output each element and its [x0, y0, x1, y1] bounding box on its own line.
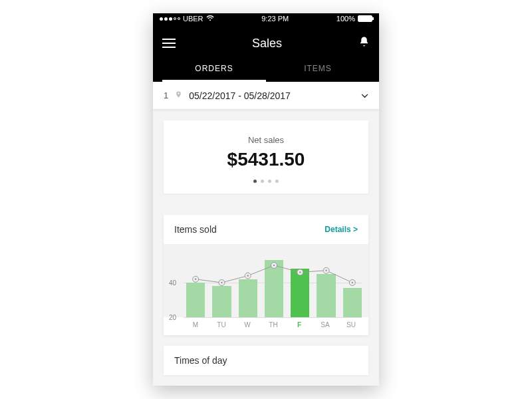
- items-sold-chart: 2040: [164, 244, 368, 317]
- location-count: 1: [164, 90, 168, 100]
- tab-orders[interactable]: ORDERS: [162, 56, 266, 82]
- chart-x-axis: MTUWTHFSASU: [164, 317, 368, 335]
- chevron-down-icon: [361, 91, 368, 100]
- page-title: Sales: [252, 37, 282, 51]
- app-screen: UBER 9:23 PM 100% Sales ORDERS ITEMS 1: [153, 13, 379, 386]
- net-sales-label: Net sales: [170, 135, 362, 145]
- signal-dots-icon: [160, 17, 180, 21]
- date-range: 05/22/2017 - 05/28/2017: [189, 90, 354, 101]
- app-header: Sales ORDERS ITEMS: [153, 24, 379, 82]
- bell-icon[interactable]: [358, 36, 370, 51]
- battery-percent: 100%: [336, 15, 355, 23]
- items-sold-card: Items sold Details > 2040 MTUWTHFSASU: [164, 215, 368, 335]
- pager-dots: [170, 180, 362, 183]
- date-picker-row[interactable]: 1 05/22/2017 - 05/28/2017: [153, 82, 379, 110]
- items-sold-title: Items sold: [174, 224, 217, 235]
- times-of-day-card[interactable]: Times of day: [164, 346, 368, 375]
- tab-items[interactable]: ITEMS: [266, 56, 370, 82]
- net-sales-card[interactable]: Net sales $5431.50: [164, 120, 368, 194]
- battery-icon: [358, 15, 372, 22]
- times-of-day-title: Times of day: [164, 346, 368, 375]
- tabs: ORDERS ITEMS: [162, 56, 370, 82]
- wifi-icon: [206, 15, 214, 23]
- carrier-label: UBER: [183, 15, 203, 23]
- net-sales-value: $5431.50: [170, 149, 362, 170]
- menu-icon[interactable]: [162, 39, 176, 48]
- clock: 9:23 PM: [261, 15, 289, 23]
- details-link[interactable]: Details >: [325, 225, 358, 234]
- status-bar: UBER 9:23 PM 100%: [153, 13, 379, 24]
- pin-icon: [175, 90, 182, 101]
